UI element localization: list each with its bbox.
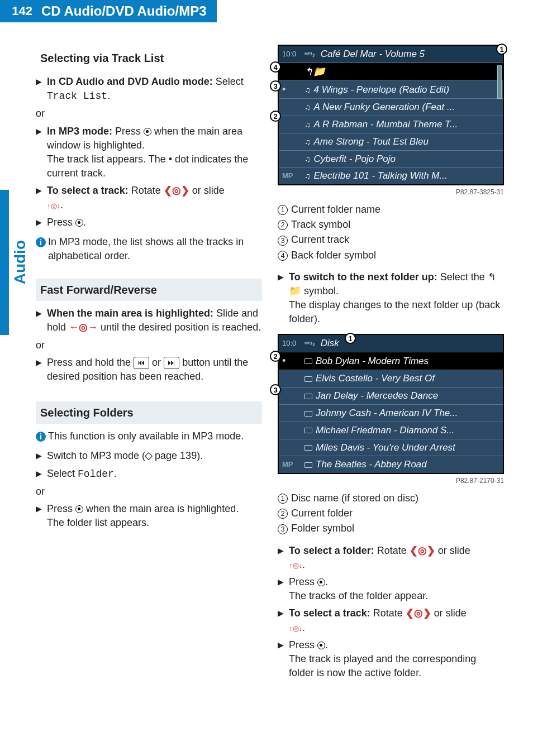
legend-number-icon: 4 (278, 251, 288, 261)
step-select-track: ▶ To select a track: Rotate ❮◎❯ or slide… (36, 184, 262, 212)
fig-folder: Jan Delay - Mercedes Dance (316, 390, 438, 401)
legend-number-icon: 1 (278, 205, 288, 215)
fig-time: 10:0 (282, 338, 304, 348)
folder-icon (304, 462, 312, 468)
side-tab-label: Audio (9, 240, 31, 284)
legend-entry: 2Current folder (278, 506, 504, 520)
step-marker-icon: ▶ (36, 451, 42, 462)
page-ref-icon (145, 452, 153, 460)
legend-entry: 3Folder symbol (278, 521, 504, 535)
scrollbar-icon (497, 65, 502, 99)
fig-folder: Johnny Cash - American IV The... (316, 408, 458, 418)
track-note-icon: ♫ (304, 171, 311, 182)
fig-folder: The Beatles - Abbey Road (316, 459, 427, 470)
info-icon: i (36, 237, 46, 247)
step-marker-icon: ▶ (36, 357, 42, 369)
callout-3-icon: 3 (270, 80, 281, 92)
step-bold: In MP3 mode: (47, 126, 112, 137)
step-marker-icon: ▶ (36, 468, 42, 480)
folder-icon (304, 428, 312, 433)
controller-press-icon (75, 219, 83, 227)
page-number: 142 (0, 0, 36, 22)
or-separator: or (36, 107, 262, 121)
controller-slide-lr-icon: ←◎→ (69, 322, 98, 333)
folder-icon (304, 394, 312, 399)
fig-folder: Elvis Costello - Very Best Of (316, 373, 435, 384)
step-bold: To select a track: (47, 185, 129, 196)
controller-press-icon (75, 505, 83, 513)
left-column: Selecting via Track List ▶ In CD Audio a… (36, 41, 262, 683)
step-result: The folder list appears. (47, 516, 262, 530)
step-marker-icon: ▶ (36, 76, 42, 88)
step-marker-icon: ▶ (36, 217, 42, 228)
figure-credit: P82.87-2170-31 (278, 476, 504, 486)
mp-label: MP (282, 171, 304, 181)
back-folder-icon: ↰📁 (304, 66, 325, 77)
mp3-badge-icon: ᴹᴾ³♪ (304, 341, 315, 347)
fig-track: Ame Strong - Tout Est Bleu (314, 136, 429, 147)
step-marker-icon: ▶ (278, 272, 284, 283)
track-note-icon: ♫ (304, 137, 311, 148)
step-slide-hold: ▶ When the main area is highlighted: Sli… (36, 307, 262, 334)
figure-folder-list: 10:0 ᴹᴾ³♪ Disk •Bob Dylan - Modern Times… (278, 334, 504, 474)
info-note: i In MP3 mode, the list shows all the tr… (36, 235, 262, 263)
legend-number-icon: 2 (278, 220, 288, 230)
step-result: The tracks of the folder appear. (289, 589, 504, 603)
fig-track: Electribe 101 - Talking With M... (314, 170, 448, 181)
step-select-folder-menu: ▶ Select Folder. (36, 467, 262, 481)
controller-press-icon (317, 642, 325, 649)
folder-icon (304, 358, 312, 364)
step-marker-icon: ▶ (278, 608, 284, 619)
folder-icon (304, 411, 312, 417)
step-select-track: ▶ To select a track: Rotate ❮◎❯ or slide… (278, 606, 504, 634)
controller-rotate-icon: ❮◎❯ (164, 185, 189, 196)
step-press: ▶ Press . The tracks of the folder appea… (278, 575, 504, 603)
info-note: i This function is only available in MP3… (36, 429, 262, 443)
step-marker-icon: ▶ (278, 640, 284, 651)
legend-entry: 3Current track (278, 233, 504, 247)
step-cd-dvd-select: ▶ In CD Audio and DVD Audio mode: Select… (36, 75, 262, 103)
menu-option-folder: Folder (78, 468, 114, 480)
step-switch-folder-up: ▶ To switch to the next folder up: Selec… (278, 270, 504, 327)
step-press: ▶ Press . (36, 216, 262, 229)
legend-entry: 1Disc name (if stored on disc) (278, 491, 504, 505)
heading-track-list: Selecting via Track List (36, 47, 262, 69)
step-marker-icon: ▶ (36, 308, 42, 319)
legend-entry: 4Back folder symbol (278, 248, 504, 262)
or-separator: or (36, 485, 262, 499)
controller-press-icon (144, 128, 151, 136)
info-text: In MP3 mode, the list shows all the trac… (48, 235, 262, 263)
step-result: The track is played and the correspondin… (289, 652, 504, 680)
menu-option-tracklist: Track List (47, 90, 107, 102)
mp-label: MP (282, 460, 304, 470)
controller-press-icon (317, 578, 325, 586)
page-title: CD Audio/DVD Audio/MP3 (36, 0, 217, 22)
step-press-hold-buttons: ▶ Press and hold the ⏮ or ⏭ button until… (36, 356, 262, 384)
step-bold: In CD Audio and DVD Audio mode: (47, 76, 213, 87)
mp3-badge-icon: ᴹᴾ³♪ (304, 51, 315, 58)
step-bold: When the main area is highlighted: (47, 308, 213, 319)
step-switch-mp3: ▶ Switch to MP3 mode ( page 139). (36, 449, 262, 463)
or-separator: or (36, 338, 262, 352)
step-mp3-press: ▶ In MP3 mode: Press when the main area … (36, 125, 262, 181)
figure-credit: P82.87-3825-31 (278, 188, 504, 197)
fig-time: 10:0 (282, 49, 304, 59)
folder-icon (304, 445, 312, 451)
controller-slide-updown-icon: ↑◎↓ (47, 202, 60, 210)
next-track-button-icon: ⏭ (164, 357, 179, 369)
track-note-icon: ♫ (304, 85, 311, 96)
fig-header-text: Café Del Mar - Volume 5 (321, 49, 425, 59)
folder-icon (304, 376, 312, 382)
legend-number-icon: 1 (278, 494, 288, 504)
step-marker-icon: ▶ (278, 577, 284, 588)
prev-track-button-icon: ⏮ (134, 357, 149, 369)
step-marker-icon: ▶ (36, 126, 42, 137)
controller-slide-updown-icon: ↑◎↓ (289, 624, 302, 633)
controller-rotate-icon: ❮◎❯ (406, 607, 431, 619)
figure-track-list: 10:0 ᴹᴾ³♪ Café Del Mar - Volume 5 ↰📁 •♫4… (278, 45, 504, 185)
info-icon: i (36, 432, 46, 442)
track-note-icon: ♫ (304, 102, 311, 113)
controller-slide-updown-icon: ↑◎↓ (289, 561, 302, 570)
step-bold: To select a track: (289, 607, 370, 619)
legend-number-icon: 3 (278, 524, 288, 534)
